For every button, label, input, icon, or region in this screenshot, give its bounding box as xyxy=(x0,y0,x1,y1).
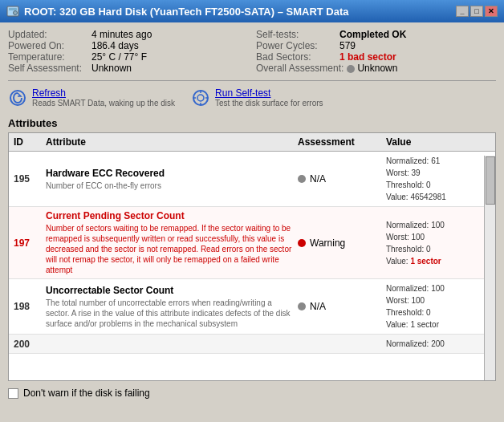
worst-198: Worst: 100 xyxy=(386,294,490,306)
table-body: 195 Hardware ECC Recovered Number of ECC… xyxy=(9,152,495,378)
maximize-button[interactable]: □ xyxy=(470,6,483,17)
dot-gray-198 xyxy=(298,302,306,310)
norm-198: Normalized: 100 xyxy=(386,282,490,294)
svg-point-3 xyxy=(14,12,16,14)
refresh-icon xyxy=(8,88,27,108)
table-header: ID Attribute Assessment Value xyxy=(9,133,495,152)
worst-195: Worst: 39 xyxy=(386,167,490,179)
warn-checkbox[interactable] xyxy=(8,388,18,399)
row-id-198: 198 xyxy=(14,301,46,312)
refresh-action: Refresh Reads SMART Data, waking up the … xyxy=(8,87,175,108)
power-cycles-label: Power Cycles: xyxy=(256,40,336,51)
bottom-area: Don't warn if the disk is failing xyxy=(8,388,496,399)
actions-bar: Refresh Reads SMART Data, waking up the … xyxy=(8,86,496,109)
self-tests-value: Completed OK xyxy=(339,29,406,40)
values-197: Normalized: 100 Worst: 100 Threshold: 0 … xyxy=(386,219,490,267)
self-assessment-row: Self Assessment: Unknown xyxy=(8,63,248,74)
table-row: 195 Hardware ECC Recovered Number of ECC… xyxy=(9,152,495,207)
minimize-button[interactable]: _ xyxy=(456,6,469,17)
threshold-197: Threshold: 0 xyxy=(386,243,490,255)
row-id-200: 200 xyxy=(14,339,46,350)
table-row: 198 Uncorrectable Sector Count The total… xyxy=(9,279,495,335)
temperature-row: Temperature: 25° C / 77° F xyxy=(8,51,248,63)
norm-197: Normalized: 100 xyxy=(386,219,490,231)
assessment-label-195: N/A xyxy=(310,173,326,185)
titlebar-controls: _ □ ✕ xyxy=(456,6,498,17)
norm-200: Normalized: 200 xyxy=(386,338,490,350)
info-left: Updated: 4 minutes ago Powered On: 186.4… xyxy=(8,29,248,74)
scrollbar-thumb[interactable] xyxy=(486,156,495,205)
bad-sectors-label: Bad Sectors: xyxy=(256,51,336,63)
selftest-text-group: Run Self-test Test the disk surface for … xyxy=(215,87,323,108)
attributes-section-title: Attributes xyxy=(8,117,496,129)
dot-gray-195 xyxy=(298,175,306,183)
col-attribute: Attribute xyxy=(46,136,298,148)
row-attr-198: Uncorrectable Sector Count The total num… xyxy=(46,285,298,329)
powered-on-label: Powered On: xyxy=(8,40,88,51)
titlebar-title: ROOT: 320 GB Hard Disk (YuanTech FT2500-… xyxy=(24,6,349,18)
selftest-sub: Test the disk surface for errors xyxy=(215,99,323,108)
info-right: Self-tests: Completed OK Power Cycles: 5… xyxy=(256,29,496,74)
refresh-text-group: Refresh Reads SMART Data, waking up the … xyxy=(32,87,175,108)
overall-assessment-value: Unknown xyxy=(347,63,397,74)
attributes-table: ID Attribute Assessment Value 195 Hardwa… xyxy=(8,132,496,381)
threshold-198: Threshold: 0 xyxy=(386,306,490,319)
bad-sectors-value: 1 bad sector xyxy=(339,51,396,63)
disk-icon xyxy=(6,5,19,18)
value-195: Value: 46542981 xyxy=(386,191,490,203)
self-assessment-label: Self Assessment: xyxy=(8,63,88,74)
values-195: Normalized: 61 Worst: 39 Threshold: 0 Va… xyxy=(386,155,490,203)
titlebar: ROOT: 320 GB Hard Disk (YuanTech FT2500-… xyxy=(0,0,504,22)
selftest-icon xyxy=(191,88,210,108)
self-assessment-value: Unknown xyxy=(91,63,132,74)
updated-label: Updated: xyxy=(8,29,88,40)
attr-desc-198: The total number of uncorrectable errors… xyxy=(46,298,298,329)
norm-195: Normalized: 61 xyxy=(386,155,490,167)
overall-assessment-label: Overall Assessment: xyxy=(256,63,343,74)
close-button[interactable]: ✕ xyxy=(485,6,498,17)
refresh-sub: Reads SMART Data, waking up the disk xyxy=(32,99,175,108)
self-tests-label: Self-tests: xyxy=(256,29,336,40)
powered-on-row: Powered On: 186.4 days xyxy=(8,40,248,51)
attr-name-198: Uncorrectable Sector Count xyxy=(46,285,298,296)
assessment-label-198: N/A xyxy=(310,301,326,312)
overall-assessment-row: Overall Assessment: Unknown xyxy=(256,63,496,74)
row-attr-195: Hardware ECC Recovered Number of ECC on-… xyxy=(46,168,298,191)
scrollbar[interactable] xyxy=(484,156,495,381)
value-198: Value: 1 sector xyxy=(386,319,490,331)
titlebar-left: ROOT: 320 GB Hard Disk (YuanTech FT2500-… xyxy=(6,5,349,18)
svg-point-6 xyxy=(197,95,204,101)
values-200: Normalized: 200 xyxy=(386,338,490,350)
svg-rect-1 xyxy=(9,8,17,10)
row-id-197: 197 xyxy=(14,237,46,249)
assessment-197: Warning xyxy=(298,237,386,249)
assessment-label-197: Warning xyxy=(310,237,345,249)
assessment-195: N/A xyxy=(298,173,386,185)
refresh-button[interactable]: Refresh xyxy=(32,87,175,99)
info-grid: Updated: 4 minutes ago Powered On: 186.4… xyxy=(8,29,496,74)
temperature-label: Temperature: xyxy=(8,51,88,63)
col-value: Value xyxy=(386,136,490,148)
power-cycles-row: Power Cycles: 579 xyxy=(256,40,496,51)
bad-sectors-row: Bad Sectors: 1 bad sector xyxy=(256,51,496,63)
assessment-198: N/A xyxy=(298,301,386,312)
updated-value: 4 minutes ago xyxy=(91,29,152,40)
table-row: 197 Current Pending Sector Count Number … xyxy=(9,207,495,279)
col-id: ID xyxy=(14,136,46,148)
value-197: Value: 1 sector xyxy=(386,255,490,267)
attr-name-197: Current Pending Sector Count xyxy=(46,210,298,221)
values-198: Normalized: 100 Worst: 100 Threshold: 0 … xyxy=(386,282,490,331)
selftest-action: Run Self-test Test the disk surface for … xyxy=(191,87,323,108)
self-tests-row: Self-tests: Completed OK xyxy=(256,29,496,40)
table-row: 200 Normalized: 200 xyxy=(9,335,495,354)
row-id-195: 195 xyxy=(14,173,46,185)
row-attr-197: Current Pending Sector Count Number of s… xyxy=(46,210,298,275)
overall-dot xyxy=(347,65,355,73)
updated-row: Updated: 4 minutes ago xyxy=(8,29,248,40)
threshold-195: Threshold: 0 xyxy=(386,179,490,191)
selftest-button[interactable]: Run Self-test xyxy=(215,87,323,99)
col-assessment: Assessment xyxy=(298,136,386,148)
temperature-value: 25° C / 77° F xyxy=(91,51,147,63)
power-cycles-value: 579 xyxy=(339,40,356,51)
attr-desc-197: Number of sectors waiting to be remapped… xyxy=(46,223,298,275)
